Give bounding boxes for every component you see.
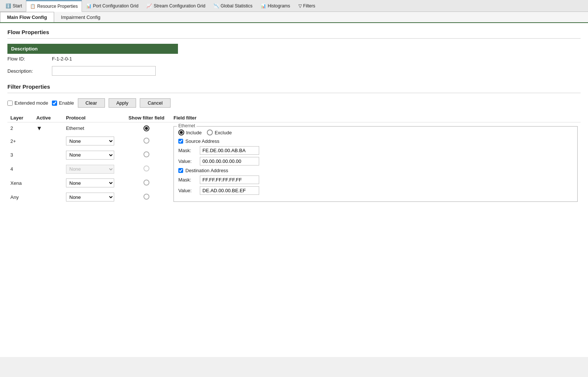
col-header-layer: Layer xyxy=(7,114,33,122)
exclude-radio-icon[interactable] xyxy=(207,130,213,135)
col-header-protocol: Protocol xyxy=(63,114,122,122)
active-xena xyxy=(33,176,63,190)
active-3 xyxy=(33,148,63,162)
field-filter-cell: Ethernet Include Exclude xyxy=(171,122,581,204)
global-stats-icon: 📉 xyxy=(214,3,219,9)
layer-any: Any xyxy=(7,190,33,204)
info-icon: ℹ️ xyxy=(6,3,11,9)
show-filter-xena[interactable] xyxy=(122,176,171,190)
inner-tabs: Main Flow Config Impairment Config xyxy=(0,12,588,23)
active-any xyxy=(33,190,63,204)
active-2plus xyxy=(33,134,63,148)
tab-main-flow-config[interactable]: Main Flow Config xyxy=(0,12,54,22)
protocol-any: None xyxy=(63,190,122,204)
nav-tab-filters[interactable]: ▽ Filters xyxy=(294,0,320,12)
funnel-active-icon: ▼ xyxy=(36,125,42,131)
dest-mask-row: Mask: xyxy=(178,176,573,184)
filter-properties-title: Filter Properties xyxy=(7,83,581,90)
description-label: Description: xyxy=(7,68,52,74)
protocol-select-4: None xyxy=(66,165,114,174)
flow-properties-title: Flow Properties xyxy=(7,29,581,35)
ethernet-legend: Ethernet xyxy=(177,123,196,128)
port-config-icon: 📊 xyxy=(86,3,92,9)
source-address-checkbox[interactable] xyxy=(178,139,183,144)
cancel-button[interactable]: Cancel xyxy=(140,98,170,108)
layer-xena: Xena xyxy=(7,176,33,190)
show-filter-2plus[interactable] xyxy=(122,134,171,148)
enable-label[interactable]: Enable xyxy=(52,100,74,106)
filter-properties-divider xyxy=(7,93,581,93)
show-radio-filled-icon[interactable] xyxy=(143,125,149,131)
show-filter-4[interactable] xyxy=(122,162,171,176)
source-mask-label: Mask: xyxy=(178,148,197,153)
main-content: Flow Properties Description Flow ID: F-1… xyxy=(0,23,588,357)
nav-tab-port-config[interactable]: 📊 Port Configuration Grid xyxy=(82,0,143,12)
histograms-icon: 📊 xyxy=(261,3,266,9)
description-row: Description: xyxy=(7,64,581,78)
show-radio-empty-icon[interactable] xyxy=(143,165,149,171)
description-table: Flow ID: F-1-2-0-1 Description: xyxy=(7,54,581,78)
protocol-select-3[interactable]: None xyxy=(66,151,114,160)
show-filter-any[interactable] xyxy=(122,190,171,204)
flow-id-value: F-1-2-0-1 xyxy=(52,56,72,62)
col-header-show-filter: Show filter field xyxy=(122,114,171,122)
table-row: 2 ▼ Ethernet Ethernet xyxy=(7,122,581,134)
filter-controls: Extended mode Enable Clear Apply Cancel xyxy=(7,98,581,108)
nav-tab-start[interactable]: ℹ️ Start xyxy=(1,0,26,12)
description-header: Description xyxy=(7,44,178,54)
source-value-label: Value: xyxy=(178,158,197,164)
show-radio-empty-icon[interactable] xyxy=(143,194,149,200)
source-value-row: Value: xyxy=(178,157,573,165)
extended-mode-checkbox[interactable] xyxy=(7,101,13,106)
protocol-xena: None xyxy=(63,176,122,190)
destination-address-checkbox[interactable] xyxy=(178,168,183,173)
show-radio-empty-icon[interactable] xyxy=(143,151,149,157)
dest-mask-input[interactable] xyxy=(200,176,259,184)
include-radio-icon[interactable] xyxy=(178,130,184,135)
flow-id-row: Flow ID: F-1-2-0-1 xyxy=(7,54,581,64)
include-option[interactable]: Include xyxy=(178,130,202,135)
tab-impairment-config[interactable]: Impairment Config xyxy=(54,12,108,22)
top-nav: ℹ️ Start 📋 Resource Properties 📊 Port Co… xyxy=(0,0,588,12)
filter-table: Layer Active Protocol Show filter field … xyxy=(7,114,581,204)
ethernet-fieldset: Ethernet Include Exclude xyxy=(174,126,578,202)
protocol-select-2plus[interactable]: None xyxy=(66,137,114,145)
layer-2: 2 xyxy=(7,122,33,134)
filters-icon: ▽ xyxy=(298,3,302,9)
layer-4: 4 xyxy=(7,162,33,176)
protocol-select-any[interactable]: None xyxy=(66,193,114,201)
nav-tab-resource-properties[interactable]: 📋 Resource Properties xyxy=(26,0,82,12)
layer-3: 3 xyxy=(7,148,33,162)
dest-mask-label: Mask: xyxy=(178,177,197,183)
destination-address-row: Destination Address xyxy=(178,168,573,173)
protocol-2: Ethernet xyxy=(63,122,122,134)
source-address-row: Source Address xyxy=(178,138,573,144)
nav-tab-stream-config[interactable]: 📈 Stream Configuration Grid xyxy=(142,0,209,12)
protocol-4: None xyxy=(63,162,122,176)
dest-value-label: Value: xyxy=(178,188,197,193)
nav-tab-histograms[interactable]: 📊 Histograms xyxy=(257,0,294,12)
show-filter-3[interactable] xyxy=(122,148,171,162)
nav-tab-global-stats[interactable]: 📉 Global Statistics xyxy=(209,0,257,12)
show-radio-empty-icon[interactable] xyxy=(143,180,149,186)
filter-table-header-row: Layer Active Protocol Show filter field … xyxy=(7,114,581,122)
extended-mode-label[interactable]: Extended mode xyxy=(7,100,48,106)
show-filter-2[interactable] xyxy=(122,122,171,134)
show-radio-empty-icon[interactable] xyxy=(143,138,149,144)
protocol-3: None xyxy=(63,148,122,162)
col-header-field-filter: Field filter xyxy=(171,114,581,122)
description-input[interactable] xyxy=(52,66,156,76)
enable-checkbox[interactable] xyxy=(52,101,57,106)
exclude-option[interactable]: Exclude xyxy=(207,130,232,135)
include-exclude-group: Include Exclude xyxy=(178,130,573,135)
protocol-2plus: None xyxy=(63,134,122,148)
source-mask-input[interactable] xyxy=(200,146,259,155)
protocol-select-xena[interactable]: None xyxy=(66,178,114,187)
dest-value-row: Value: xyxy=(178,186,573,195)
dest-value-input[interactable] xyxy=(200,186,259,195)
col-header-active: Active xyxy=(33,114,63,122)
clear-button[interactable]: Clear xyxy=(78,98,105,108)
apply-button[interactable]: Apply xyxy=(109,98,136,108)
source-value-input[interactable] xyxy=(200,157,259,165)
layer-2plus: 2+ xyxy=(7,134,33,148)
